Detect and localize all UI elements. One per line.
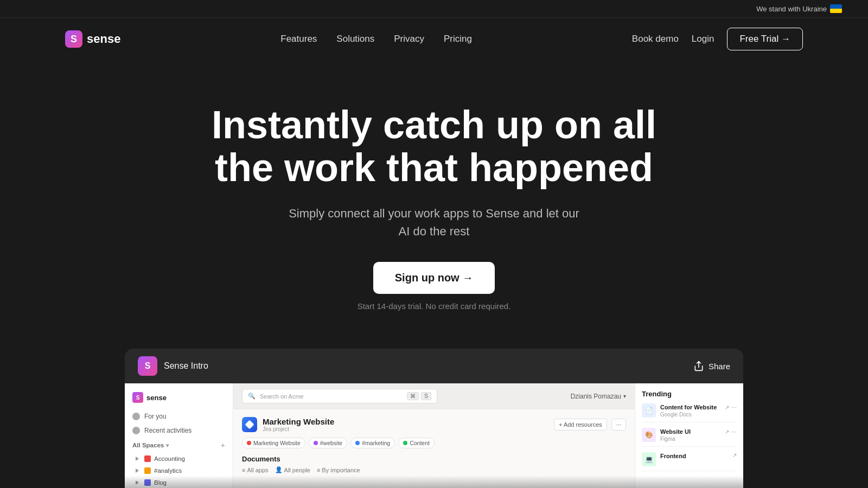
sidebar-space-blog[interactable]: Blog — [125, 477, 233, 488]
tag-marketing-website[interactable]: Marketing Website — [242, 438, 305, 448]
nav-solutions[interactable]: Solutions — [336, 34, 374, 44]
filter-all-apps[interactable]: ≡ All apps — [242, 466, 269, 473]
filter-all-people[interactable]: 👤 All people — [275, 466, 310, 473]
main-nav: S sense Features Solutions Privacy Prici… — [0, 18, 868, 60]
app-sidebar-logo-icon: S — [132, 392, 143, 403]
sidebar-space-analytics[interactable]: #analytics — [125, 465, 233, 477]
trending-item-icon-2: 💻 — [642, 452, 656, 466]
tag-marketing[interactable]: #marketing — [350, 438, 395, 448]
sidebar-recent-activities[interactable]: Recent activities — [125, 423, 233, 438]
video-title: Sense Intro — [164, 361, 208, 371]
spaces-header: All Spaces ▾ + — [125, 438, 233, 453]
hero-subtitle: Simply connect all your work apps to Sen… — [282, 204, 586, 240]
nav-features[interactable]: Features — [280, 34, 317, 44]
chevron-down-icon: ▾ — [166, 442, 169, 448]
hero-section: Instantly catch up on all the work that … — [0, 60, 868, 332]
search-icon: 🔍 — [248, 393, 256, 400]
trending-item-1: 🎨 Website UI Figma ↗ ··· — [642, 428, 737, 447]
user-info: Dzianis Pomazau ▾ — [571, 393, 626, 400]
top-banner: We stand with Ukraine — [0, 0, 868, 18]
video-logo-icon: S — [138, 356, 157, 376]
expand-icon — [136, 468, 139, 473]
tag-website[interactable]: #website — [309, 438, 347, 448]
trending-item-icon-1: 🎨 — [642, 428, 656, 442]
trending-item-sub-0: Google Docs — [660, 412, 720, 418]
expand-icon — [136, 457, 139, 461]
ukraine-notice: We stand with Ukraine — [756, 4, 842, 13]
accounting-icon — [144, 455, 151, 462]
app-preview-container: S Sense Intro Share S sense For you — [125, 349, 743, 488]
nav-free-trial-button[interactable]: Free Trial → — [727, 28, 803, 50]
share-button[interactable]: Share — [693, 361, 730, 371]
logo-icon: S — [65, 30, 82, 48]
tag-dot — [355, 441, 360, 445]
search-shortcuts: ⌘ S — [407, 392, 431, 400]
filter-importance[interactable]: ≡ By importance — [317, 466, 360, 473]
hero-title: Instantly catch up on all the work that … — [201, 104, 667, 189]
trending-item-content-2: Frontend — [660, 452, 728, 460]
project-actions: + Add resources ··· — [554, 419, 626, 431]
app-main-content: 🔍 Search on Acme ⌘ S Dzianis Pomazau ▾ — [233, 383, 635, 488]
project-type: Jira project — [263, 426, 334, 432]
tag-content[interactable]: Content — [398, 438, 435, 448]
nav-privacy[interactable]: Privacy — [394, 34, 424, 44]
ukraine-text: We stand with Ukraine — [756, 5, 827, 13]
documents-section: Documents ≡ All apps 👤 All people ≡ By i… — [242, 455, 626, 473]
spaces-label: All Spaces ▾ — [132, 442, 169, 448]
app-sidebar: S sense For you Recent activities All Sp… — [125, 383, 233, 488]
trending-item-sub-1: Figma — [660, 436, 720, 442]
more-options-button[interactable]: ··· — [611, 419, 626, 431]
more-icon[interactable]: ··· — [731, 403, 737, 411]
trending-item-content-1: Website UI Figma — [660, 428, 720, 441]
recent-activities-icon — [132, 427, 140, 434]
open-icon[interactable]: ↗ — [725, 429, 729, 435]
video-header-left: S Sense Intro — [138, 356, 208, 376]
more-icon[interactable]: ··· — [731, 428, 737, 435]
nav-login[interactable]: Login — [692, 34, 714, 44]
add-space-button[interactable]: + — [221, 441, 225, 450]
cmd-key: ⌘ — [407, 392, 419, 400]
nav-book-demo[interactable]: Book demo — [632, 34, 679, 44]
trial-note: Start 14-days trial. No credit card requ… — [358, 301, 511, 311]
trending-item-name-1: Website UI — [660, 428, 720, 435]
hero-cta: Sign up now → Start 14-days trial. No cr… — [358, 262, 511, 311]
s-key: S — [421, 392, 431, 400]
trending-title: Trending — [642, 390, 737, 398]
ukraine-flag-icon — [830, 4, 842, 13]
share-label: Share — [709, 362, 730, 371]
app-sidebar-logo: S sense — [125, 390, 233, 409]
app-ui-preview: S sense For you Recent activities All Sp… — [125, 383, 743, 488]
for-you-icon — [132, 413, 140, 420]
sort-icon: ≡ — [317, 467, 320, 473]
sidebar-space-accounting[interactable]: Accounting — [125, 453, 233, 465]
filter-icon: ≡ — [242, 467, 245, 473]
trending-item-icon-0: 📄 — [642, 403, 656, 418]
trending-item-name-0: Content for Website — [660, 403, 720, 411]
trending-item-actions-0: ↗ ··· — [725, 403, 737, 411]
share-icon — [693, 361, 704, 371]
nav-right-links: Book demo Login Free Trial → — [632, 28, 803, 50]
nav-pricing[interactable]: Pricing — [444, 34, 472, 44]
trending-item-content-0: Content for Website Google Docs — [660, 403, 720, 417]
tag-dot — [314, 441, 318, 445]
app-sidebar-logo-text: sense — [146, 394, 167, 402]
blog-icon — [144, 479, 151, 486]
app-search-bar: 🔍 Search on Acme ⌘ S Dzianis Pomazau ▾ — [233, 383, 635, 409]
trending-item-name-2: Frontend — [660, 452, 728, 460]
video-header: S Sense Intro Share — [125, 349, 743, 383]
search-input[interactable]: 🔍 Search on Acme ⌘ S — [242, 389, 437, 403]
logo-text: sense — [87, 32, 120, 46]
open-icon[interactable]: ↗ — [725, 404, 729, 410]
app-project-content: Marketing Website Jira project + Add res… — [233, 409, 635, 484]
trending-panel: Trending 📄 Content for Website Google Do… — [635, 383, 743, 488]
project-header: Marketing Website Jira project + Add res… — [242, 417, 626, 432]
expand-icon — [136, 480, 139, 485]
logo-link[interactable]: S sense — [65, 30, 120, 48]
tags-row: Marketing Website #website #marketing — [242, 438, 626, 448]
open-icon[interactable]: ↗ — [732, 452, 737, 458]
add-resources-button[interactable]: + Add resources — [554, 419, 607, 431]
sign-up-button[interactable]: Sign up now → — [373, 262, 495, 294]
tag-dot — [247, 441, 251, 445]
people-icon: 👤 — [275, 466, 283, 473]
sidebar-for-you[interactable]: For you — [125, 409, 233, 423]
